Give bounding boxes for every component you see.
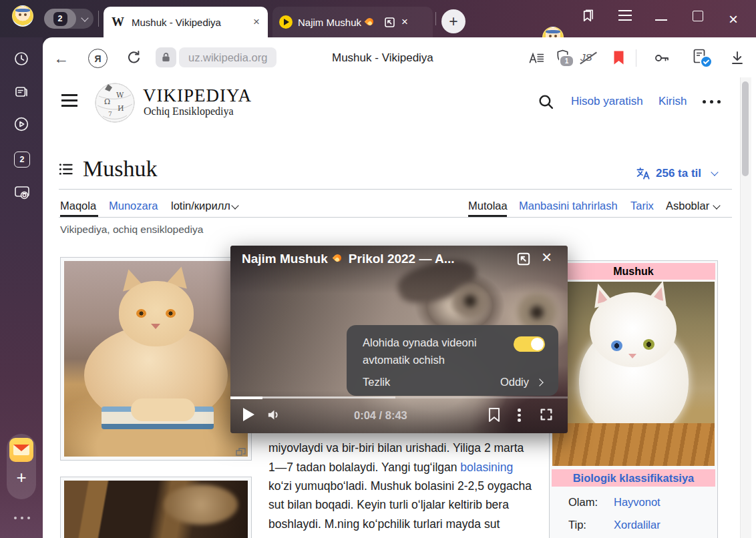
enlarge-icon[interactable]: [236, 448, 246, 457]
screenshot-icon[interactable]: [13, 184, 31, 201]
translate-page-icon[interactable]: [692, 48, 708, 65]
shield-badge: 1: [559, 55, 574, 67]
bookmark-saved-icon[interactable]: [612, 50, 625, 65]
menu-icon[interactable]: [618, 10, 632, 21]
bookmark-video-icon[interactable]: [488, 407, 501, 423]
pip-close-icon[interactable]: ×: [542, 247, 552, 268]
close-tab-icon[interactable]: ×: [401, 15, 408, 29]
maximize-button[interactable]: [693, 11, 703, 21]
kitten-green-eye: [643, 339, 654, 350]
site-security-button[interactable]: [156, 47, 176, 67]
toolbar-page-title[interactable]: Mushuk - Vikipediya: [332, 51, 433, 65]
login-link[interactable]: Kirish: [658, 95, 687, 108]
divider: [98, 11, 99, 27]
pip-title: Najim Mushuk Prikol 2022 — A...: [242, 252, 455, 266]
body-text-line: ko‘zi yumuqbo‘ladi. Mushuk bolasini 2-2,…: [268, 479, 532, 493]
svg-text:7: 7: [108, 111, 112, 117]
autopip-toggle[interactable]: [514, 336, 545, 352]
language-count-button[interactable]: 256 ta til: [656, 167, 701, 180]
svg-text:И: И: [118, 104, 124, 113]
fire-icon: [333, 254, 343, 264]
pip-return-icon[interactable]: [516, 251, 532, 267]
tab-wikipedia[interactable]: W Mushuk - Vikipediya ×: [104, 7, 268, 37]
scrollbar-thumb[interactable]: [742, 81, 749, 176]
tab-counter-shield: 2: [44, 9, 76, 29]
tabs-panel-icon[interactable]: 2: [14, 152, 30, 168]
speed-label: Tezlik: [363, 376, 390, 388]
volume-icon[interactable]: [266, 407, 281, 423]
active-tab-underline: [60, 215, 98, 217]
divider: [636, 49, 636, 67]
tab-history[interactable]: Tarix: [630, 200, 654, 212]
lock-icon: [161, 52, 171, 63]
tab-article[interactable]: Maqola: [60, 200, 96, 212]
close-tab-icon[interactable]: ×: [253, 15, 260, 29]
autopip-label: Alohida oynada videoni: [363, 336, 477, 349]
tab-counter[interactable]: 2: [44, 9, 93, 29]
infobox-row-value[interactable]: Hayvonot: [614, 496, 660, 509]
infobox-row-value[interactable]: Xordalilar: [614, 519, 660, 531]
article-thumbnail[interactable]: [60, 257, 252, 461]
infobox-row-label: Tip:: [568, 519, 586, 531]
mail-app-icon[interactable]: [9, 438, 33, 462]
infobox-row-label: Olam:: [568, 496, 598, 509]
speed-value[interactable]: Oddiy: [500, 376, 529, 388]
body-text-line: miyovlaydi va bir-biri bilan urishadi. Y…: [268, 441, 524, 455]
sidebar-more-icon[interactable]: [14, 517, 30, 519]
tab-video[interactable]: Najim Mushuk Pri ×: [272, 7, 433, 37]
reader-mode-icon[interactable]: [528, 50, 545, 66]
sidebar-tab-count: 2: [20, 155, 25, 164]
wiki-wordmark[interactable]: VIKIPEDIYA: [143, 87, 252, 105]
inline-link[interactable]: bolasining: [460, 461, 513, 474]
profile-avatar[interactable]: [12, 5, 33, 27]
chevron-right-icon[interactable]: [536, 378, 543, 386]
history-icon[interactable]: [13, 51, 29, 67]
search-icon[interactable]: [538, 93, 554, 110]
back-icon[interactable]: ←: [53, 49, 69, 67]
wiki-menu-icon[interactable]: [61, 94, 77, 107]
tab-read[interactable]: Mutolaa: [468, 200, 508, 212]
divider: [435, 12, 436, 25]
create-account-link[interactable]: Hisob yaratish: [571, 95, 643, 108]
infobox: Mushuk Biologik klassifikatsiya Olam: Ha…: [549, 260, 718, 538]
minimize-button[interactable]: [655, 19, 667, 21]
address-bar[interactable]: uz.wikipedia.org: [179, 47, 276, 67]
play-button[interactable]: [243, 408, 254, 421]
language-icon[interactable]: [636, 166, 651, 182]
toc-icon[interactable]: [59, 162, 73, 176]
wikipedia-favicon: W: [112, 15, 124, 29]
tab-talk[interactable]: Munozara: [109, 200, 158, 212]
progress-played: [230, 396, 262, 399]
fire-icon: [365, 17, 374, 27]
wikipedia-logo[interactable]: Ω W И 7: [93, 80, 136, 124]
tab-edit-source[interactable]: Manbasini tahrirlash: [519, 200, 618, 212]
kitten-photo[interactable]: [552, 282, 715, 466]
pip-icon[interactable]: [383, 16, 396, 29]
script-switcher[interactable]: lotin/кирилл: [171, 200, 230, 212]
add-app-button[interactable]: +: [9, 467, 33, 488]
fullscreen-icon[interactable]: [539, 407, 554, 422]
body-text-line: boshlaydi. M.ning ko‘pchilik turlari may…: [268, 517, 500, 531]
active-tab-underline: [468, 215, 507, 217]
bookmarks-icon[interactable]: [580, 8, 595, 24]
article-title: Mushuk: [83, 156, 157, 182]
video-player-icon[interactable]: [13, 116, 29, 132]
adblock-shield-icon[interactable]: 1: [555, 49, 570, 65]
autopip-label: avtomatik ochish: [363, 354, 445, 366]
tab-title: Mushuk - Vikipediya: [132, 17, 246, 28]
password-key-icon[interactable]: [653, 50, 671, 66]
new-tab-button[interactable]: +: [441, 9, 465, 33]
close-window-button[interactable]: ×: [729, 10, 738, 29]
download-icon[interactable]: [729, 49, 745, 67]
js-off-icon[interactable]: ЈЅ: [580, 51, 592, 63]
browser-window: 2 W Mushuk - Vikipediya × Najim Mushuk P…: [0, 0, 756, 538]
body-text-line: 1—7 tadan bolalaydi. Yangi tug‘ilgan bol…: [268, 461, 513, 475]
article-thumbnail[interactable]: [60, 477, 252, 538]
kebab-menu-icon[interactable]: [518, 407, 521, 424]
reload-icon[interactable]: [126, 49, 142, 66]
tab-tools[interactable]: Asboblar: [666, 200, 709, 212]
pip-player[interactable]: Najim Mushuk Prikol 2022 — A... × Alohid…: [230, 246, 568, 433]
more-options-icon[interactable]: [703, 100, 721, 103]
yandex-icon[interactable]: Я: [88, 49, 108, 68]
notes-icon[interactable]: [13, 84, 29, 100]
